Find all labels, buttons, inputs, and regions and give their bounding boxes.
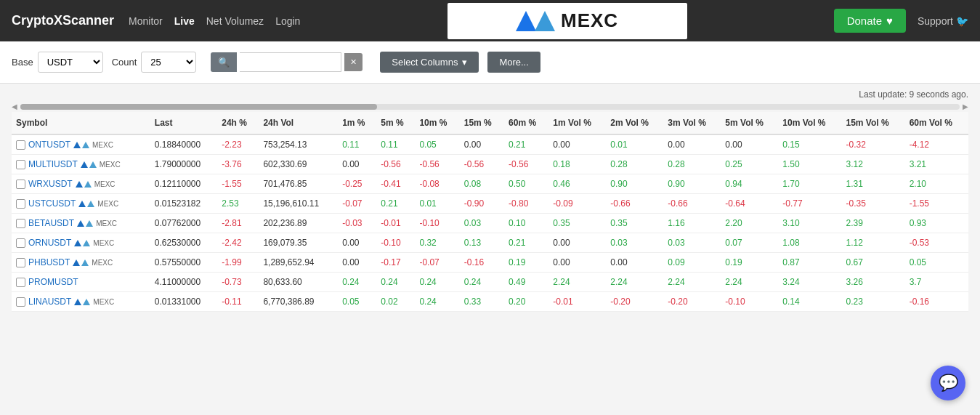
mexc-tri2-icon [82,142,89,148]
cell-m10: -0.07 [415,253,459,273]
cell-vol24: 701,476.85 [259,174,338,194]
cell-v10m: 3.24 [778,273,841,292]
cell-v2m: 0.90 [606,174,663,194]
col-5m[interactable]: 5m % [376,112,415,134]
cell-m60: 0.19 [504,253,548,273]
cell-m60: 0.50 [504,174,548,194]
row-checkbox[interactable] [16,160,25,169]
row-checkbox[interactable] [16,180,25,189]
data-table: Symbol Last 24h % 24h Vol 1m % 5m % 10m … [12,112,968,312]
mexc-banner[interactable]: MEXC [448,3,687,39]
cell-m10: -0.56 [415,155,459,174]
nav-net-volumez[interactable]: Net Volumez [206,15,264,27]
col-last[interactable]: Last [150,112,217,134]
cell-m5: -0.10 [376,233,415,253]
cell-v1m: -0.01 [548,292,606,312]
more-label: More... [499,57,528,68]
cell-v15m: 0.23 [842,292,905,312]
symbol-link[interactable]: BETAUSDT [28,218,74,228]
row-checkbox[interactable] [16,238,25,248]
search-button[interactable]: 🔍 [211,52,237,72]
cell-m15: -0.56 [460,155,504,174]
nav-live[interactable]: Live [174,15,195,27]
cell-v2m: 0.35 [606,214,663,233]
symbol-link[interactable]: ONTUSDT [28,140,70,150]
cell-m1: -0.03 [338,214,376,233]
cell-m1: 0.05 [338,292,376,312]
scroll-right-arrow[interactable]: ▶ [963,102,968,110]
col-symbol[interactable]: Symbol [12,112,150,134]
donate-button[interactable]: Donate ♥ [834,9,906,33]
triangle-right-icon [535,11,555,31]
symbol-link[interactable]: WRXUSDT [28,179,73,189]
row-checkbox[interactable] [16,278,25,287]
table-row: BETAUSDTMEXC0.07762000-2.81202,236.89-0.… [12,214,968,233]
more-button[interactable]: More... [487,52,540,73]
mexc-tri1-icon [77,220,84,227]
mexc-badge [81,161,97,168]
symbol-link[interactable]: PROMUSDT [28,277,78,287]
search-input[interactable] [240,52,341,72]
mexc-tri1-icon [81,161,88,168]
select-columns-button[interactable]: Select Columns ▾ [380,52,479,73]
cell-v5m: 0.07 [721,233,778,253]
row-checkbox[interactable] [16,199,25,209]
row-checkbox[interactable] [16,140,25,150]
row-checkbox[interactable] [16,297,25,307]
scroll-left-arrow[interactable]: ◀ [12,102,17,110]
cell-symbol: LINAUSDTMEXC [12,292,150,312]
banner-container[interactable]: MEXC [315,3,819,39]
site-logo[interactable]: CryptoXScanner [12,13,114,28]
cell-v1m: 2.24 [548,273,606,292]
base-label: Base [12,57,33,68]
cell-v60m: 0.93 [905,214,968,233]
cell-v2m: -0.66 [606,194,663,214]
symbol-link[interactable]: PHBUSDT [28,257,70,267]
cell-v10m: 0.14 [778,292,841,312]
count-select[interactable]: 10 25 50 100 [141,52,196,73]
row-checkbox[interactable] [16,258,25,267]
col-60mvol[interactable]: 60m Vol % [905,112,968,134]
col-10mvol[interactable]: 10m Vol % [778,112,841,134]
cell-v15m: 1.31 [842,174,905,194]
col-15m[interactable]: 15m % [460,112,504,134]
clear-search-button[interactable]: ✕ [344,53,363,71]
cell-last: 0.62530000 [150,233,217,253]
symbol-link[interactable]: ORNUSDT [28,238,71,248]
scrollbar-thumb[interactable] [20,104,377,110]
nav-monitor[interactable]: Monitor [129,15,163,27]
row-checkbox[interactable] [16,219,25,228]
col-2mvol[interactable]: 2m Vol % [606,112,663,134]
col-5mvol[interactable]: 5m Vol % [721,112,778,134]
col-1mvol[interactable]: 1m Vol % [548,112,606,134]
col-3mvol[interactable]: 3m Vol % [663,112,721,134]
col-15mvol[interactable]: 15m Vol % [842,112,905,134]
cell-v10m: 1.70 [778,174,841,194]
support-link[interactable]: Support 🐦 [918,15,968,27]
base-select[interactable]: USDT BTC ETH BNB [38,52,103,73]
col-1m[interactable]: 1m % [338,112,376,134]
symbol-link[interactable]: LINAUSDT [28,297,71,307]
mexc-logo-triangles [516,11,555,31]
table-scroll-container[interactable]: Symbol Last 24h % 24h Vol 1m % 5m % 10m … [12,112,968,312]
symbol-link[interactable]: MULTIUSDT [28,159,78,169]
col-24h[interactable]: 24h % [217,112,259,134]
cell-v5m: 0.00 [721,134,778,155]
table-row: MULTIUSDTMEXC1.79000000-3.76602,330.690.… [12,155,968,174]
table-body: ONTUSDTMEXC0.18840000-2.23753,254.130.11… [12,134,968,312]
col-10m[interactable]: 10m % [415,112,459,134]
nav-login[interactable]: Login [275,15,300,27]
mexc-tri1-icon [74,240,81,246]
cell-v60m: 0.05 [905,253,968,273]
cell-v10m: 0.87 [778,253,841,273]
col-24vol[interactable]: 24h Vol [259,112,338,134]
col-60m[interactable]: 60m % [504,112,548,134]
cell-symbol: USTCUSDTMEXC [12,194,150,214]
header: CryptoXScanner Monitor Live Net Volumez … [0,0,980,41]
cell-v3m: 0.00 [663,134,721,155]
cell-vol24: 602,330.69 [259,155,338,174]
mexc-label: MEXC [96,219,117,227]
symbol-link[interactable]: USTCUSDT [28,198,76,209]
cell-v15m: 2.39 [842,214,905,233]
cell-v3m: 0.28 [663,155,721,174]
